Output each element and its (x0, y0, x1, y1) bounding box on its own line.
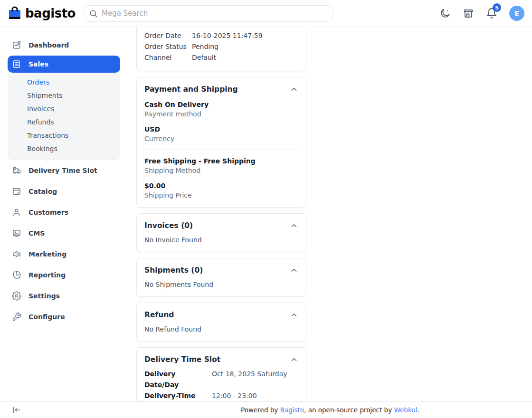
sidebar-item-catalog[interactable]: Catalog (0, 181, 128, 202)
main-content: Order Date 16-10-2025 11:47:59 Order Sta… (128, 27, 532, 401)
notification-count-badge: 5 (493, 3, 501, 12)
search-icon (89, 9, 98, 18)
person-icon (12, 208, 21, 217)
search-input[interactable] (102, 9, 327, 18)
sidebar-item-label: Settings (28, 292, 60, 300)
sidebar-subitem-refunds[interactable]: Refunds (8, 115, 120, 129)
sidebar-subitem-bookings[interactable]: Bookings (8, 142, 120, 155)
chevron-up-icon[interactable] (290, 221, 298, 230)
sidebar-item-label: Reporting (28, 271, 66, 279)
storefront-icon[interactable] (463, 8, 474, 19)
shipping-price-value: $0.00 (144, 181, 298, 190)
chevron-up-icon[interactable] (290, 266, 298, 275)
payment-shipping-title: Payment and Shipping (144, 85, 238, 94)
delivery-date-label: Delivery Date/Day (144, 369, 212, 390)
gear-icon (12, 291, 21, 301)
delivery-time-row: Delivery-Time 12:00 - 23:00 (144, 390, 298, 401)
invoices-card: Invoices (0) No Invoice Found (136, 213, 306, 252)
top-header: bagisto 5 (0, 0, 532, 27)
sidebar-item-label: Catalog (28, 188, 57, 195)
shipments-title: Shipments (0) (144, 266, 203, 275)
order-summary-card: Order Date 16-10-2025 11:47:59 Order Sta… (136, 27, 306, 71)
refund-title: Refund (144, 311, 174, 319)
powered-by-prefix: Powered by (241, 406, 278, 414)
refund-card: Refund No Refund Found (136, 303, 306, 342)
currency-label: Currency (144, 134, 298, 143)
delivery-time-label: Delivery-Time (144, 390, 212, 401)
notifications-bell-icon[interactable]: 5 (486, 8, 497, 19)
sidebar-item-label: Delivery Time Slot (28, 167, 97, 174)
order-date-row: Order Date 16-10-2025 11:47:59 (144, 30, 298, 41)
sidebar-item-reporting[interactable]: Reporting (0, 265, 128, 285)
dark-mode-icon[interactable] (439, 8, 451, 19)
order-date-value: 16-10-2025 11:47:59 (192, 30, 263, 41)
divider (144, 150, 298, 150)
pie-chart-icon (12, 270, 21, 280)
shipping-method-value: Free Shipping - Free Shipping (144, 157, 298, 165)
order-status-row: Order Status Pending (144, 41, 298, 52)
channel-value: Default (192, 52, 216, 63)
webkul-link[interactable]: Webkul (394, 406, 417, 414)
sales-menu-group: Sales Orders Shipments Invoices Refunds … (8, 56, 120, 160)
sidebar-item-customers[interactable]: Customers (0, 202, 128, 223)
bagisto-link[interactable]: Bagisto (280, 406, 304, 414)
chevron-up-icon[interactable] (290, 311, 298, 319)
powered-by-period: . (418, 406, 419, 414)
currency-entry: USD Currency (144, 125, 298, 143)
delivery-time-value: 12:00 - 23:00 (212, 390, 257, 401)
sidebar-subitem-transactions[interactable]: Transactions (8, 129, 120, 142)
chevron-up-icon[interactable] (290, 85, 298, 94)
sales-submenu: Orders Shipments Invoices Refunds Transa… (8, 73, 120, 160)
mega-search-box[interactable] (84, 5, 332, 22)
order-status-label: Order Status (144, 41, 192, 52)
invoices-title: Invoices (0) (144, 221, 193, 230)
no-refund-text: No Refund Found (144, 325, 298, 333)
shipping-price-label: Shipping Price (144, 191, 298, 200)
cms-image-icon (12, 228, 21, 238)
collapse-sidebar-icon[interactable] (12, 405, 21, 415)
chevron-up-icon[interactable] (290, 355, 298, 364)
payment-method-value: Cash On Delivery (144, 100, 298, 109)
payment-method-entry: Cash On Delivery Payment method (144, 100, 298, 118)
sales-icon (12, 59, 21, 69)
sidebar-item-sales[interactable]: Sales (8, 56, 120, 73)
payment-method-label: Payment method (144, 110, 298, 118)
sidebar-item-delivery-time-slot[interactable]: Delivery Time Slot (0, 160, 128, 181)
sidebar-item-cms[interactable]: CMS (0, 223, 128, 244)
shipping-method-label: Shipping Method (144, 166, 298, 175)
order-channel-row: Channel Default (144, 52, 298, 63)
sidebar-item-configure[interactable]: Configure (0, 306, 128, 327)
sidebar-item-label: Sales (28, 60, 48, 68)
user-avatar[interactable]: E (509, 6, 524, 21)
channel-label: Channel (144, 52, 192, 63)
sidebar-item-label: Configure (28, 313, 65, 321)
no-shipments-text: No Shipments Found (144, 280, 298, 289)
shipping-method-entry: Free Shipping - Free Shipping Shipping M… (144, 157, 298, 175)
no-invoice-text: No Invoice Found (144, 236, 298, 244)
catalog-icon (12, 187, 21, 196)
sidebar-subitem-shipments[interactable]: Shipments (8, 89, 120, 102)
order-status-value: Pending (192, 41, 218, 52)
sidebar-subitem-invoices[interactable]: Invoices (8, 102, 120, 115)
currency-value: USD (144, 125, 298, 133)
powered-by-middle: , an open-source project by (304, 406, 392, 414)
sidebar-item-dashboard[interactable]: Dashboard (0, 35, 128, 56)
sidebar-item-label: Dashboard (28, 41, 69, 49)
delivery-date-row: Delivery Date/Day Oct 18, 2025 Saturday (144, 369, 298, 390)
delivery-date-value: Oct 18, 2025 Saturday (212, 369, 287, 390)
sidebar-subitem-orders[interactable]: Orders (8, 76, 120, 89)
shipments-card: Shipments (0) No Shipments Found (136, 258, 306, 297)
sidebar-item-label: CMS (28, 229, 45, 237)
page-footer: Powered by Bagisto, an open-source proje… (0, 401, 532, 418)
wrench-icon (12, 312, 21, 322)
order-date-label: Order Date (144, 30, 192, 41)
sidebar-item-marketing[interactable]: Marketing (0, 244, 128, 265)
sidebar-item-label: Marketing (28, 250, 66, 258)
logo-text: bagisto (25, 6, 76, 20)
delivery-time-slot-title: Delivery Time Slot (144, 355, 220, 364)
sidebar-item-settings[interactable]: Settings (0, 285, 128, 306)
bagisto-logo[interactable]: bagisto (8, 6, 76, 21)
powered-by-text: Powered by Bagisto, an open-source proje… (128, 402, 532, 418)
payment-shipping-card: Payment and Shipping Cash On Delivery Pa… (136, 77, 306, 208)
sidebar: Dashboard Sales Orders Shipments Invoice… (0, 27, 128, 401)
